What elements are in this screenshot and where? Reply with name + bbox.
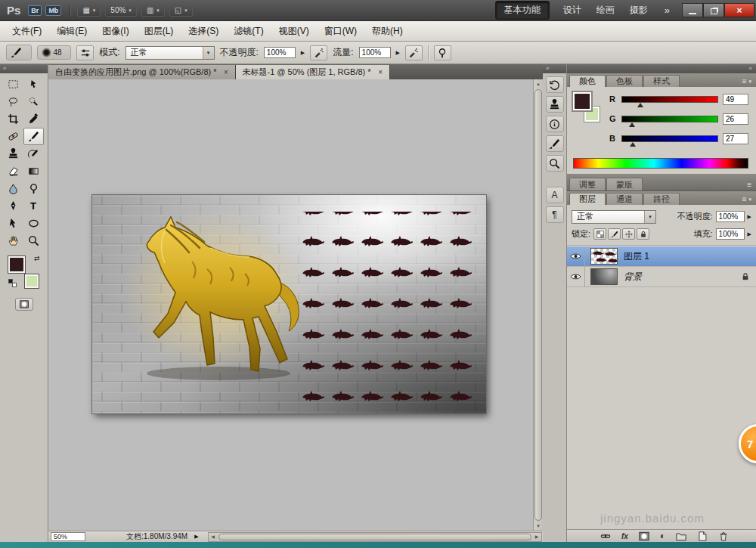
horizontal-scroll-thumb[interactable] [218,534,531,540]
background-color-swatch[interactable] [25,274,39,288]
red-slider[interactable] [621,96,718,103]
green-slider-marker[interactable] [629,122,635,127]
canvas-pasteboard[interactable] [48,79,533,531]
zoom-level-dropdown[interactable]: 50% ▾ [105,4,137,17]
workspace-painting[interactable]: 绘画 [595,2,616,19]
flow-spinner-icon[interactable]: ▶ [396,50,400,56]
panel-menu-button[interactable]: ≡ ▾ [738,195,756,205]
scroll-left-icon[interactable]: ◀ [209,533,218,541]
toolbox-header[interactable]: « [0,64,48,73]
tab-masks[interactable]: 蒙版 [606,178,643,190]
lock-transparency-button[interactable] [593,228,606,240]
toggle-brush-panel-button[interactable] [76,45,94,60]
tool-eraser[interactable] [3,163,23,180]
tablet-pressure-button[interactable] [434,45,451,60]
minimize-button[interactable] [682,3,703,17]
link-layers-icon[interactable] [600,531,611,541]
tool-pen[interactable] [3,197,23,215]
paragraph-panel-button[interactable]: ¶ [546,206,564,223]
close-tab-icon[interactable]: × [222,68,231,76]
tool-hand[interactable] [3,232,23,249]
adjustment-layer-icon[interactable]: ◐ [660,531,665,541]
tool-eyedropper[interactable] [23,110,44,128]
vertical-scrollbar[interactable]: ▲ ▼ [533,79,543,531]
tool-zoom[interactable] [23,232,44,249]
arrange-documents-button[interactable]: ▥ ▾ [141,4,165,17]
opacity-input[interactable]: 100% [264,47,296,58]
menu-view[interactable]: 视图(V) [271,21,317,42]
panel-menu-button[interactable]: ≡ ▾ [738,77,756,87]
layer-visibility-toggle[interactable] [567,246,585,266]
tool-history-brush[interactable] [23,145,44,163]
document-canvas[interactable] [92,195,486,413]
tool-gradient[interactable] [23,163,44,180]
blue-slider-marker[interactable] [630,142,636,147]
layer-blend-mode-dropdown[interactable]: 正常 ▾ [572,210,656,224]
add-layer-mask-icon[interactable] [639,531,649,541]
character-panel-button[interactable]: A [546,187,564,203]
tab-layers[interactable]: 图层 [569,193,606,205]
tool-move[interactable] [23,76,44,93]
tool-ellipse-shape[interactable] [23,215,44,232]
launcher-button[interactable]: ▦ ▾ [77,4,101,17]
new-group-icon[interactable] [676,531,686,541]
status-popup-icon[interactable]: ▶ [194,534,198,540]
tool-quick-selection[interactable] [23,93,44,110]
blue-slider[interactable] [621,135,718,142]
panel-menu-button[interactable]: ≡ [742,181,756,190]
workspace-essentials[interactable]: 基本功能 [495,1,550,20]
icon-strip-header[interactable]: « [543,64,566,73]
document-tab-2[interactable]: 未标题-1 @ 50% (图层 1, RGB/8) * × [236,65,390,79]
tool-clone-stamp[interactable] [3,145,23,163]
menu-select[interactable]: 选择(S) [181,21,226,42]
tool-brush[interactable] [23,128,44,145]
new-layer-icon[interactable] [697,531,708,541]
screen-mode-button[interactable]: ◱ ▾ [169,4,193,17]
horizontal-scrollbar[interactable]: ◀ ▶ [208,532,542,542]
menu-filter[interactable]: 滤镜(T) [226,21,271,42]
panel-dock-header[interactable]: « [567,64,756,73]
brush-preset-picker[interactable]: 48 ▾ [37,45,72,60]
tool-path-selection[interactable] [3,215,23,232]
menu-image[interactable]: 图像(I) [94,21,136,42]
lock-pixels-button[interactable] [608,228,621,240]
opacity-spinner-icon[interactable]: ▶ [301,50,305,56]
airbrush-mode-button[interactable] [405,45,423,60]
clone-source-panel-button[interactable] [546,96,564,113]
workspace-overflow-icon[interactable]: » [665,5,670,16]
foreground-color-swatch[interactable] [8,256,25,273]
tab-adjustments[interactable]: 调整 [569,178,606,190]
tab-color[interactable]: 颜色 [569,75,606,87]
menu-file[interactable]: 文件(F) [5,21,49,42]
layer-visibility-toggle[interactable] [567,267,585,286]
layer-opacity-spinner-icon[interactable]: ▶ [748,214,751,220]
navigator-panel-button[interactable] [546,155,564,172]
tab-channels[interactable]: 通道 [606,193,643,205]
quick-mask-button[interactable] [15,298,33,311]
close-tab-icon[interactable]: × [376,68,385,76]
layer-name[interactable]: 背景 [624,271,642,283]
lock-all-button[interactable] [637,228,649,240]
delete-layer-icon[interactable] [718,531,729,541]
menu-help[interactable]: 帮助(H) [364,21,411,42]
layer-row-1[interactable]: 图层 1 [567,246,756,267]
scroll-up-icon[interactable]: ▲ [534,79,543,88]
lock-position-button[interactable] [622,228,635,240]
menu-edit[interactable]: 编辑(E) [49,21,94,42]
scroll-down-icon[interactable]: ▼ [534,522,543,531]
layer-name[interactable]: 图层 1 [624,250,649,263]
layer-style-icon[interactable]: fx [621,532,628,540]
tool-preset-picker[interactable]: ▾ [6,45,32,60]
restore-button[interactable] [703,3,724,17]
default-colors-icon[interactable] [8,279,16,286]
zoom-input[interactable]: 50% [51,532,85,541]
vertical-scroll-thumb[interactable] [534,89,542,521]
bridge-icon[interactable]: Br [28,5,42,16]
workspace-photography[interactable]: 摄影 [628,2,649,19]
menu-window[interactable]: 窗口(W) [317,21,364,42]
tab-paths[interactable]: 路径 [643,193,680,205]
flow-input[interactable]: 100% [359,47,391,58]
tab-styles[interactable]: 样式 [643,75,680,87]
blend-mode-dropdown[interactable]: 正常 ▾ [125,46,215,60]
layer-row-background[interactable]: 背景 [567,267,756,287]
